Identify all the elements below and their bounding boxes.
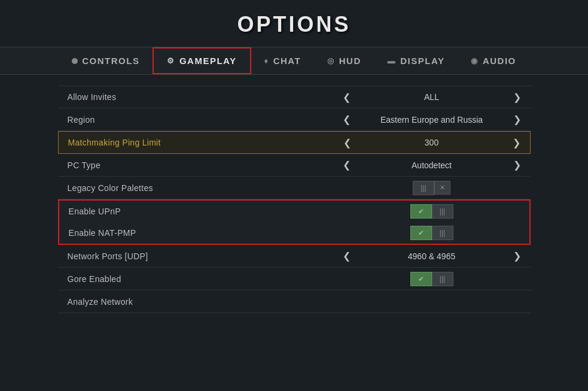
row-network-ports: Network Ports [UDP] ❮ 4960 & 4965 ❯ <box>58 245 531 268</box>
display-icon: ▬ <box>388 56 397 65</box>
gore-on-btn[interactable]: ✔ <box>410 272 432 286</box>
pc-type-right[interactable]: ❯ <box>510 158 525 172</box>
allow-invites-right[interactable]: ❯ <box>510 90 525 104</box>
label-enable-upnp: Enable UPnP <box>59 202 334 221</box>
row-analyze-network: Analyze Network <box>58 290 531 313</box>
nat-on-btn[interactable]: ✔ <box>410 226 432 240</box>
nav-item-gameplay[interactable]: ⚙ GAMEPLAY <box>153 47 251 74</box>
label-allow-invites: Allow Invites <box>58 87 333 107</box>
gameplay-icon: ⚙ <box>167 56 175 65</box>
control-region: ❮ Eastern Europe and Russia ❯ <box>333 109 531 130</box>
page-title: OPTIONS <box>0 0 588 47</box>
audio-icon: ◉ <box>471 56 479 65</box>
control-analyze-network <box>333 298 531 305</box>
settings-panel: Allow Invites ❮ ALL ❯ Region ❮ Eastern E… <box>58 86 531 313</box>
row-enable-upnp: Enable UPnP ✔ ||| <box>58 199 531 222</box>
region-right[interactable]: ❯ <box>510 113 525 126</box>
control-enable-upnp: ✔ ||| <box>334 201 529 222</box>
label-gore: Gore Enabled <box>58 269 333 289</box>
gore-off-btn[interactable]: ||| <box>432 272 453 286</box>
ping-right[interactable]: ❯ <box>509 136 524 150</box>
upnp-toggle: ✔ ||| <box>410 204 453 219</box>
label-matchmaking-ping: Matchmaking Ping Limit <box>59 133 334 152</box>
control-allow-invites: ❮ ALL ❯ <box>333 87 531 108</box>
nav-item-controls[interactable]: CONTROLS <box>59 49 153 73</box>
control-pc-type: ❮ Autodetect ❯ <box>333 154 531 175</box>
ports-left[interactable]: ❮ <box>339 249 354 263</box>
row-gore: Gore Enabled ✔ ||| <box>58 268 531 290</box>
nav-label-controls: CONTROLS <box>82 56 139 66</box>
nav-label-display: DISPLAY <box>400 56 444 66</box>
allow-invites-value: ALL <box>354 92 510 102</box>
legacy-color-toggle: ||| ✕ <box>413 181 450 195</box>
row-matchmaking-ping: Matchmaking Ping Limit ❮ 300 ❯ <box>58 131 531 154</box>
label-region: Region <box>58 110 333 129</box>
nav-label-hud: HUD <box>339 56 361 66</box>
label-legacy-color: Legacy Color Palettes <box>58 178 333 198</box>
hud-icon: ◎ <box>327 56 335 65</box>
allow-invites-left[interactable]: ❮ <box>339 90 354 104</box>
label-pc-type: PC Type <box>58 156 333 175</box>
label-analyze-network: Analyze Network <box>58 292 333 311</box>
nat-off-btn[interactable]: ||| <box>432 226 453 240</box>
nav-item-hud[interactable]: ◎ HUD <box>314 49 374 73</box>
region-value: Eastern Europe and Russia <box>354 115 510 125</box>
nav-label-chat: CHAT <box>273 56 301 66</box>
row-region: Region ❮ Eastern Europe and Russia ❯ <box>58 108 531 131</box>
upnp-off-btn[interactable]: ||| <box>432 204 453 219</box>
label-enable-nat: Enable NAT-PMP <box>59 223 334 243</box>
row-legacy-color: Legacy Color Palettes ||| ✕ <box>58 177 531 199</box>
nav-item-chat[interactable]: ♦ CHAT <box>251 49 315 73</box>
ports-value: 4960 & 4965 <box>354 251 510 261</box>
control-gore: ✔ ||| <box>333 268 531 290</box>
nat-toggle: ✔ ||| <box>410 226 453 240</box>
pc-type-value: Autodetect <box>354 160 510 170</box>
control-network-ports: ❮ 4960 & 4965 ❯ <box>333 245 531 266</box>
pc-type-left[interactable]: ❮ <box>339 158 354 172</box>
gore-toggle: ✔ ||| <box>410 272 453 286</box>
chat-icon: ♦ <box>264 56 269 65</box>
label-network-ports: Network Ports [UDP] <box>58 247 333 266</box>
legacy-color-on-btn[interactable]: ||| <box>413 181 434 195</box>
nav-label-audio: AUDIO <box>483 56 516 66</box>
legacy-color-off-btn[interactable]: ✕ <box>434 181 450 195</box>
nav-item-display[interactable]: ▬ DISPLAY <box>374 49 458 73</box>
ping-left[interactable]: ❮ <box>340 136 355 150</box>
control-legacy-color: ||| ✕ <box>333 177 531 199</box>
ping-value: 300 <box>355 138 509 147</box>
ports-right[interactable]: ❯ <box>510 249 525 263</box>
nav-bar: CONTROLS ⚙ GAMEPLAY ♦ CHAT ◎ HUD ▬ DISPL… <box>0 47 588 75</box>
upnp-on-btn[interactable]: ✔ <box>410 204 432 219</box>
control-matchmaking-ping: ❮ 300 ❯ <box>334 132 530 153</box>
nav-item-audio[interactable]: ◉ AUDIO <box>458 49 529 73</box>
row-pc-type: PC Type ❮ Autodetect ❯ <box>58 154 531 177</box>
row-allow-invites: Allow Invites ❮ ALL ❯ <box>58 86 531 108</box>
nav-label-gameplay: GAMEPLAY <box>179 56 237 66</box>
region-left[interactable]: ❮ <box>339 113 354 126</box>
row-enable-nat: Enable NAT-PMP ✔ ||| <box>58 222 531 245</box>
controls-icon <box>72 58 78 64</box>
control-enable-nat: ✔ ||| <box>334 222 529 244</box>
